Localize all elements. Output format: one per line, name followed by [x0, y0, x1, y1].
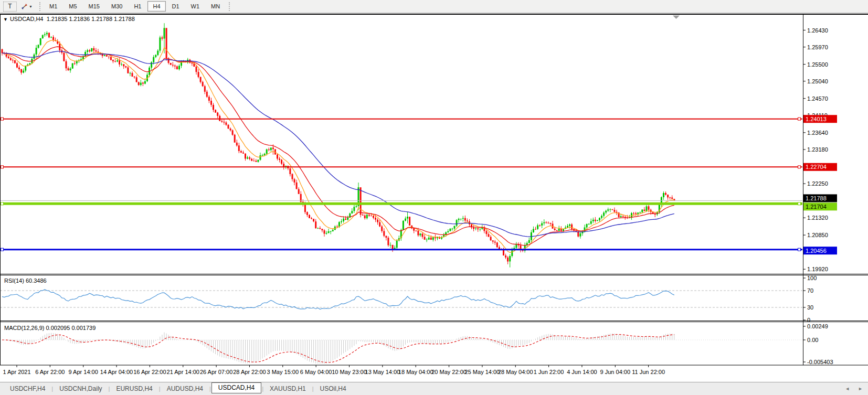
- text-tool-button[interactable]: T: [3, 2, 17, 12]
- time-axis-label: 28 Apr 22:00: [233, 369, 266, 375]
- time-axis-label: 14 Apr 04:00: [100, 369, 133, 375]
- chevron-down-icon: ▼: [29, 5, 33, 8]
- top-toolbar: T ▼ M1M5M15M30H1H4D1W1MN: [0, 0, 868, 13]
- resistance-line-1-anchor[interactable]: [798, 118, 801, 120]
- main-chart-panel: [0, 23, 803, 268]
- time-axis-label: 6 May 04:00: [300, 369, 332, 375]
- tab-xauusd-h1[interactable]: XAUUSD,H1: [264, 383, 312, 394]
- macd-signal-line: [2, 335, 674, 363]
- svg-text:1.21704: 1.21704: [806, 204, 827, 210]
- tab-usoil-h4[interactable]: USOil,H4: [314, 383, 352, 394]
- resistance-line-2-anchor[interactable]: [1, 166, 4, 168]
- svg-text:0.00249: 0.00249: [807, 323, 828, 329]
- svg-text:1.23180: 1.23180: [807, 146, 828, 153]
- time-axis-label: 28 May 04:00: [498, 369, 533, 375]
- time-axis-label: 25 May 14:00: [465, 369, 500, 375]
- text-tool-label: T: [8, 3, 12, 10]
- time-axis-label: 21 Apr 14:00: [167, 369, 199, 375]
- symbol-tab-bar: USDCHF,H4|USDCNH,Daily|EURUSD,H4|AUDUSD,…: [0, 382, 868, 395]
- symbol-tabs: USDCHF,H4|USDCNH,Daily|EURUSD,H4|AUDUSD,…: [4, 383, 352, 394]
- timeframe-button-h4[interactable]: H4: [147, 1, 165, 12]
- time-axis-label: 16 Apr 22:00: [133, 369, 166, 375]
- svg-text:1.24570: 1.24570: [807, 95, 828, 102]
- svg-text:1.23640: 1.23640: [807, 130, 828, 136]
- tab-usdcad-h4[interactable]: USDCAD,H4: [211, 382, 261, 393]
- time-axis-label: 18 May 04:00: [398, 369, 433, 375]
- chart-ohlc-quotes: 1.21835 1.21836 1.21788 1.21788: [47, 16, 135, 22]
- support-line-blue-anchor[interactable]: [1, 248, 4, 251]
- time-axis-label: 9 Apr 14:00: [69, 369, 98, 375]
- collapse-arrow-icon[interactable]: ▼: [3, 17, 8, 22]
- svg-text:1.24013: 1.24013: [806, 116, 827, 122]
- time-axis-label: 9 Jun 04:00: [600, 369, 631, 375]
- timeframe-button-m15[interactable]: M15: [83, 1, 105, 12]
- candles: [2, 23, 675, 268]
- macd-histogram: [2, 333, 674, 364]
- chart-symbol: USDCAD,H4: [10, 16, 44, 22]
- svg-text:1.25970: 1.25970: [807, 44, 828, 50]
- timeframe-button-mn[interactable]: MN: [206, 1, 225, 12]
- rsi-indicator-label: RSI(14) 60.3486: [4, 277, 47, 284]
- timeframe-button-m30[interactable]: M30: [106, 1, 128, 12]
- resistance-line-1-anchor[interactable]: [1, 118, 4, 120]
- price-chart[interactable]: 1.264301.259701.255001.250401.245701.241…: [0, 0, 868, 395]
- time-axis-label: 20 May 22:00: [431, 369, 467, 375]
- timeframe-button-d1[interactable]: D1: [167, 1, 185, 12]
- svg-text:1.22704: 1.22704: [806, 164, 827, 170]
- tab-audusd-h4[interactable]: AUDUSD,H4: [161, 383, 209, 394]
- ma-slow-line: [2, 51, 674, 237]
- svg-text:1.21788: 1.21788: [806, 195, 827, 201]
- tab-scroll-right-icon[interactable]: ►: [858, 386, 863, 391]
- macd-panel: [0, 333, 803, 364]
- toolbar-separator: [229, 2, 230, 11]
- timeframe-button-group: M1M5M15M30H1H4D1W1MN: [44, 1, 226, 12]
- svg-text:1.19920: 1.19920: [807, 266, 828, 272]
- svg-text:30: 30: [807, 304, 813, 311]
- svg-text:0: 0: [807, 317, 810, 323]
- svg-text:1.25500: 1.25500: [807, 61, 828, 68]
- svg-text:1.20456: 1.20456: [806, 248, 827, 254]
- tab-scroll-left-icon[interactable]: ◄: [845, 386, 850, 391]
- svg-text:-0.005403: -0.005403: [807, 359, 833, 365]
- timeframe-button-h1[interactable]: H1: [129, 1, 146, 12]
- support-line-blue-anchor[interactable]: [798, 248, 801, 251]
- svg-text:1.22250: 1.22250: [807, 180, 828, 187]
- time-axis-label: 4 Jun 14:00: [567, 369, 597, 375]
- arrows-tool-button[interactable]: ▼: [18, 2, 36, 12]
- time-axis-label: 10 May 23:00: [332, 369, 367, 375]
- macd-indicator-label: MACD(12,26,9) 0.002095 0.001739: [4, 325, 96, 331]
- time-axis-label: 1 Apr 2021: [3, 369, 30, 375]
- tab-usdchf-h4[interactable]: USDCHF,H4: [4, 383, 51, 394]
- timeframe-button-m1[interactable]: M1: [44, 1, 62, 12]
- time-axis-label: 13 May 14:00: [365, 369, 400, 375]
- svg-text:1.25040: 1.25040: [807, 78, 828, 84]
- tab-usdcnh-daily[interactable]: USDCNH,Daily: [54, 383, 108, 394]
- svg-text:100: 100: [807, 275, 817, 281]
- time-axis-label: 11 Jun 22:00: [632, 369, 665, 375]
- svg-text:1.21320: 1.21320: [807, 215, 828, 221]
- time-axis-label: 1 Jun 22:00: [534, 369, 564, 375]
- svg-text:0.00: 0.00: [807, 337, 818, 343]
- timeframe-button-w1[interactable]: W1: [186, 1, 205, 12]
- svg-text:1.20850: 1.20850: [807, 232, 828, 238]
- ma-fast-line: [2, 40, 674, 253]
- resistance-line-2-anchor[interactable]: [798, 166, 801, 168]
- support-line-green-anchor[interactable]: [1, 202, 4, 205]
- panel-borders: [0, 14, 868, 365]
- tab-eurusd-h4[interactable]: EURUSD,H4: [110, 383, 158, 394]
- time-axis: 1 Apr 20216 Apr 22:009 Apr 14:0014 Apr 0…: [0, 367, 868, 381]
- support-line-green-anchor[interactable]: [798, 202, 801, 205]
- svg-text:1.26430: 1.26430: [807, 27, 828, 34]
- rsi-line: [2, 290, 674, 309]
- toolbar-separator: [39, 2, 40, 11]
- time-axis-label: 3 May 15:00: [267, 369, 299, 375]
- rsi-panel: [0, 290, 803, 309]
- price-axis-scale: 1.264301.259701.255001.250401.245701.241…: [17, 27, 833, 368]
- timeframe-button-m5[interactable]: M5: [63, 1, 82, 12]
- chart-shift-marker-icon[interactable]: [673, 16, 680, 19]
- time-axis-label: 6 Apr 22:00: [35, 369, 65, 375]
- svg-text:70: 70: [807, 287, 813, 294]
- time-axis-label: 26 Apr 07:00: [200, 369, 232, 375]
- chart-title: ▼USDCAD,H4 1.21835 1.21836 1.21788 1.217…: [3, 16, 135, 22]
- arrows-tool-icon: [21, 3, 28, 10]
